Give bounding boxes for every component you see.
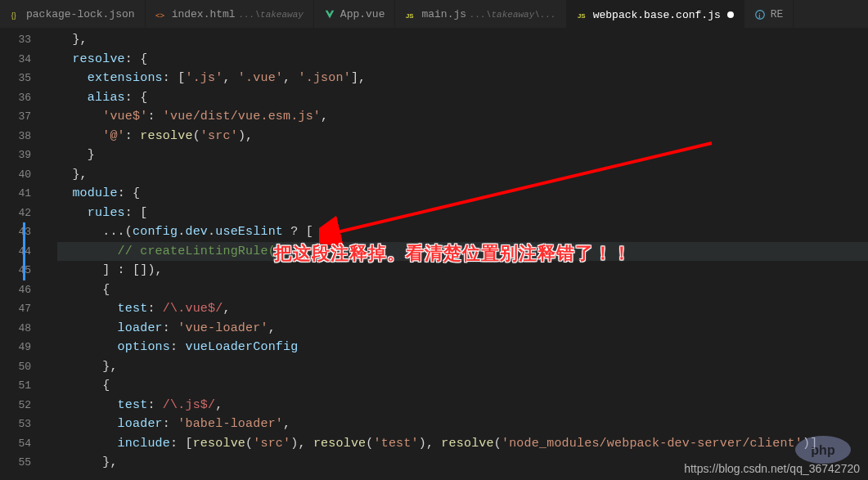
code-line[interactable]: loader: 'vue-loader', — [57, 319, 868, 339]
line-number: 43 — [0, 222, 31, 242]
line-number: 42 — [0, 204, 31, 223]
svg-text:{}: {} — [11, 11, 16, 19]
tab-bar: {} package-lock.json <> index.html ...\t… — [0, 0, 868, 29]
code-line[interactable]: test: /\.vue$/, — [57, 299, 868, 319]
line-number: 33 — [0, 30, 31, 50]
svg-text:php: php — [811, 443, 835, 457]
line-number: 35 — [0, 69, 31, 88]
line-number: 37 — [0, 107, 31, 127]
code-line[interactable]: test: /\.js$/, — [57, 396, 868, 415]
html-icon: <> — [155, 9, 167, 20]
line-number: 47 — [0, 299, 31, 319]
line-number: 50 — [0, 357, 31, 377]
line-number: 45 — [0, 261, 31, 280]
tab-label: package-lock.json — [26, 8, 135, 20]
code-line[interactable]: '@': resolve('src'), — [57, 127, 868, 146]
line-number: 51 — [0, 376, 31, 396]
svg-text:JS: JS — [406, 11, 414, 19]
tab-label: main.js — [421, 8, 466, 20]
line-number: 52 — [0, 396, 31, 415]
code-line[interactable]: extensions: ['.js', '.vue', '.json'], — [57, 69, 868, 88]
line-number: 40 — [0, 165, 31, 185]
code-line[interactable]: // createLintingRule() — [57, 242, 868, 262]
watermark-url: https://blog.csdn.net/qq_36742720 — [684, 462, 860, 475]
tab-label: RE — [771, 8, 784, 20]
line-number: 54 — [0, 434, 31, 454]
tab-main-js[interactable]: JS main.js ...\takeaway\... — [395, 0, 566, 29]
code-line[interactable]: module: { — [57, 184, 868, 204]
tab-webpack-config[interactable]: JS webpack.base.conf.js — [567, 0, 744, 29]
code-line[interactable]: }, — [57, 165, 868, 185]
tab-path: ...\takeaway\... — [470, 10, 556, 20]
svg-text:i: i — [758, 11, 761, 19]
line-number: 53 — [0, 415, 31, 434]
tab-readme[interactable]: i RE — [744, 0, 794, 29]
line-number: 34 — [0, 50, 31, 70]
tab-app-vue[interactable]: App.vue — [314, 0, 396, 29]
code-line[interactable]: loader: 'babel-loader', — [57, 415, 868, 434]
code-line[interactable]: ] : []), — [57, 261, 868, 280]
code-line[interactable]: }, — [57, 30, 868, 50]
code-line[interactable]: { — [57, 280, 868, 300]
code-area[interactable]: }, resolve: { extensions: ['.js', '.vue'… — [41, 29, 868, 480]
line-number-gutter: 3334353637383940414243444546474849505152… — [0, 29, 41, 480]
js-icon: JS — [577, 9, 588, 20]
code-line[interactable]: include: [resolve('src'), resolve('test'… — [57, 434, 868, 454]
code-line[interactable]: } — [57, 146, 868, 165]
tab-label: index.html — [172, 8, 236, 20]
line-number: 38 — [0, 127, 31, 146]
tab-index-html[interactable]: <> index.html ...\takeaway — [146, 0, 314, 29]
modified-dot-icon — [727, 11, 734, 18]
vue-icon — [324, 9, 335, 20]
code-line[interactable]: rules: [ — [57, 204, 868, 223]
tab-label: App.vue — [340, 8, 385, 20]
code-line[interactable]: alias: { — [57, 88, 868, 108]
js-icon: JS — [405, 9, 416, 20]
code-line[interactable]: resolve: { — [57, 50, 868, 70]
code-line[interactable]: ...(config.dev.useEslint ? [ — [57, 222, 868, 242]
json-icon: {} — [10, 9, 21, 20]
line-number: 44 — [0, 242, 31, 262]
line-number: 48 — [0, 319, 31, 339]
line-number: 46 — [0, 280, 31, 300]
line-number: 36 — [0, 88, 31, 108]
tab-label: webpack.base.conf.js — [593, 9, 721, 21]
tab-package-lock[interactable]: {} package-lock.json — [0, 0, 146, 29]
line-number: 55 — [0, 453, 31, 473]
svg-text:<>: <> — [155, 10, 165, 19]
tab-path: ...\takeaway — [239, 10, 304, 20]
code-line[interactable]: 'vue$': 'vue/dist/vue.esm.js', — [57, 107, 868, 127]
line-number: 39 — [0, 146, 31, 165]
code-editor[interactable]: 3334353637383940414243444546474849505152… — [0, 29, 868, 480]
code-line[interactable]: }, — [57, 357, 868, 377]
line-number: 41 — [0, 184, 31, 204]
git-modified-indicator — [23, 222, 25, 280]
svg-text:JS: JS — [578, 12, 586, 20]
code-line[interactable]: options: vueLoaderConfig — [57, 338, 868, 357]
info-icon: i — [754, 9, 766, 20]
code-line[interactable]: { — [57, 376, 868, 396]
line-number: 49 — [0, 338, 31, 357]
